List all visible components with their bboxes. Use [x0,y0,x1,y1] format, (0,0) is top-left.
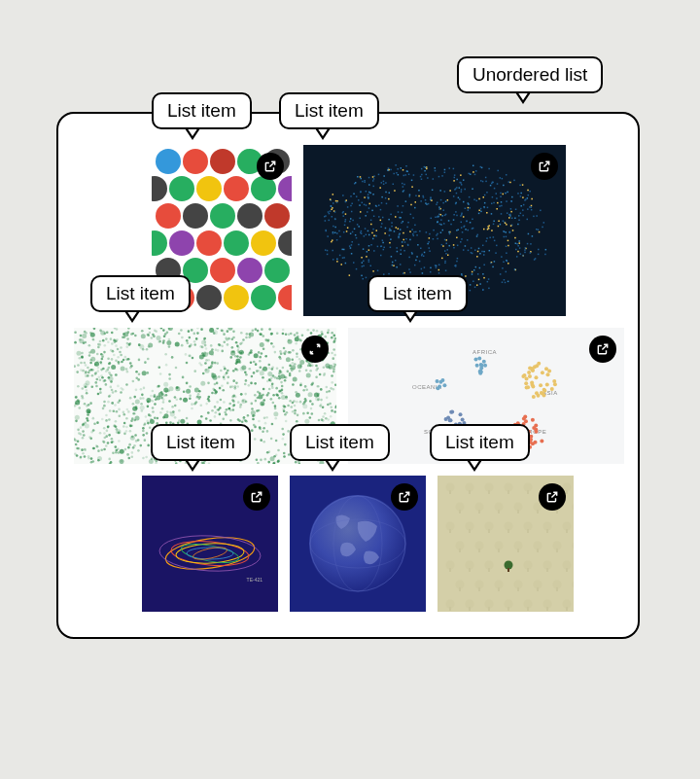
svg-point-1326 [332,388,335,391]
svg-point-2256 [573,581,575,589]
svg-rect-126 [419,261,421,263]
svg-rect-629 [402,191,404,193]
list-item-tile-5[interactable]: TE-421 [142,476,278,612]
svg-rect-541 [406,227,408,229]
svg-rect-741 [458,196,460,198]
svg-rect-317 [447,249,449,251]
svg-rect-574 [444,261,446,263]
svg-rect-42 [368,207,370,209]
svg-point-906 [125,345,128,348]
external-link-icon[interactable] [243,483,270,511]
external-link-icon[interactable] [391,483,418,511]
expand-icon[interactable] [301,336,329,363]
svg-rect-403 [368,197,369,199]
svg-point-1244 [223,340,226,343]
svg-point-1737 [105,370,108,372]
svg-rect-364 [366,191,368,193]
svg-rect-2253 [537,587,539,591]
svg-rect-412 [505,193,507,195]
svg-point-1489 [109,409,112,412]
svg-point-1523 [329,403,332,406]
svg-point-1572 [315,397,320,402]
svg-point-2013 [141,394,144,397]
svg-rect-755 [456,215,458,217]
svg-point-1622 [279,357,282,360]
svg-rect-246 [488,225,490,227]
svg-rect-500 [424,166,426,168]
svg-rect-286 [480,211,482,213]
svg-point-1444 [207,411,210,414]
svg-point-1686 [287,405,290,407]
svg-rect-48 [477,273,479,275]
svg-point-961 [274,351,277,354]
svg-rect-378 [455,203,457,205]
label-unordered-list: Unordered list [457,56,603,93]
svg-point-814 [264,422,267,425]
svg-rect-525 [364,181,366,183]
svg-rect-384 [442,245,444,247]
external-link-icon[interactable] [539,483,566,511]
list-item-tile-6[interactable] [290,476,426,612]
svg-rect-354 [399,217,401,219]
svg-point-1465 [211,409,214,412]
svg-rect-472 [373,175,375,177]
svg-rect-447 [449,233,451,235]
svg-rect-2249 [498,587,500,591]
svg-rect-2271 [566,607,568,611]
svg-point-1151 [310,332,313,335]
svg-rect-545 [424,252,426,254]
svg-point-1432 [84,448,87,451]
svg-point-1553 [87,419,89,422]
svg-point-1019 [110,386,113,389]
svg-rect-365 [460,182,462,184]
svg-point-1439 [113,409,116,412]
svg-rect-729 [508,240,509,242]
svg-point-945 [85,364,88,367]
svg-point-1106 [143,387,146,390]
svg-point-2138 [540,439,543,443]
svg-rect-494 [489,237,491,239]
svg-rect-709 [515,249,517,251]
svg-rect-756 [437,216,438,218]
svg-rect-59 [454,177,456,179]
svg-rect-143 [504,279,506,281]
svg-point-886 [105,419,108,422]
svg-point-1558 [232,331,235,334]
svg-point-1741 [90,349,95,354]
svg-point-1260 [277,449,280,452]
svg-rect-470 [472,281,474,283]
svg-rect-91 [415,195,417,196]
svg-point-1942 [227,370,229,372]
external-link-icon[interactable] [531,153,558,180]
svg-point-1157 [216,401,219,404]
external-link-icon[interactable] [257,153,284,180]
svg-rect-2193 [498,510,500,513]
svg-rect-211 [430,267,432,269]
svg-point-1548 [311,403,314,406]
svg-rect-557 [472,273,473,275]
svg-point-1596 [253,414,256,417]
svg-point-1397 [96,421,99,424]
svg-point-1039 [332,371,335,373]
svg-point-858 [105,414,108,417]
svg-point-1933 [76,454,79,457]
svg-rect-609 [494,240,496,242]
svg-point-1674 [212,388,215,391]
svg-point-1308 [296,352,298,355]
svg-rect-2221 [498,549,500,552]
svg-point-1204 [223,401,226,404]
svg-rect-538 [381,196,383,198]
list-item-tile-7[interactable] [438,476,574,612]
svg-rect-116 [456,237,458,239]
svg-rect-368 [506,271,508,273]
svg-point-1950 [94,364,97,367]
svg-rect-392 [401,249,402,251]
svg-point-1195 [132,403,135,406]
external-link-icon[interactable] [589,336,616,363]
svg-point-1781 [82,334,87,338]
svg-rect-618 [509,182,511,184]
svg-point-1867 [105,444,108,447]
svg-point-1116 [106,331,109,334]
svg-point-1140 [125,417,128,420]
svg-rect-36 [464,226,466,228]
